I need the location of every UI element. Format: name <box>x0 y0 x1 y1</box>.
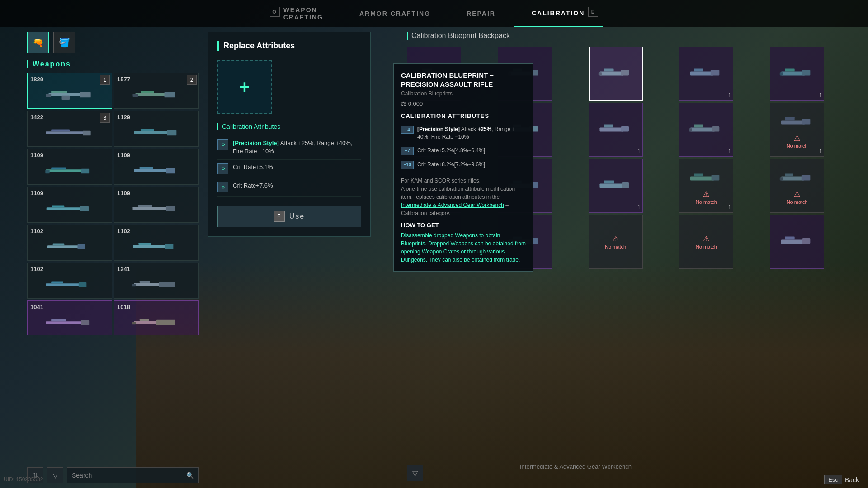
svg-rect-38 <box>140 281 150 283</box>
svg-rect-66 <box>780 72 783 75</box>
weapon-item[interactable]: 1241 <box>114 263 199 299</box>
svg-rect-26 <box>138 205 152 207</box>
attr-icon-2: ⚙ <box>217 163 228 174</box>
blueprint-item-no-match[interactable]: ⚠ No match 1 <box>770 103 824 157</box>
weapons-tab-icon[interactable]: 🔫 <box>27 32 49 53</box>
svg-rect-80 <box>689 128 692 131</box>
svg-rect-98 <box>785 173 793 176</box>
weapon-number: 1577 <box>117 76 196 83</box>
blueprint-item-no-match[interactable]: ⚠ No match <box>770 159 824 213</box>
weapon-item[interactable]: 1102 <box>27 225 112 261</box>
nav-repair[interactable]: REPAIR <box>448 0 514 27</box>
blueprint-item[interactable]: 1 <box>679 103 733 157</box>
nav-repair-label: REPAIR <box>467 10 495 17</box>
svg-rect-10 <box>51 130 70 132</box>
svg-rect-1 <box>51 91 67 93</box>
weapon-item[interactable]: 1109 <box>114 149 199 185</box>
use-button[interactable]: F Use <box>217 206 361 227</box>
blueprint-item-no-match[interactable]: ⚠ No match <box>589 215 643 269</box>
svg-rect-62 <box>711 70 720 75</box>
search-box[interactable]: Search 🔍 <box>67 467 199 483</box>
nav-armor-crafting[interactable]: ARMOR CRAFTING <box>341 0 448 27</box>
no-match-label: ⚠ No match <box>605 235 626 249</box>
warning-icon: ⚠ <box>794 190 800 198</box>
svg-rect-19 <box>134 169 170 172</box>
warning-icon: ⚠ <box>703 190 709 198</box>
tooltip-attr-row-1: +4 [Precision Style] Attack +25%, Range … <box>401 123 526 144</box>
svg-rect-32 <box>138 243 151 245</box>
filter-icon[interactable]: ▽ <box>407 465 423 481</box>
use-key: F <box>274 211 285 222</box>
blueprint-count: 1 <box>728 148 731 155</box>
tooltip-attr-text-1: [Precision Style] Attack +25%, Range + 4… <box>417 126 526 141</box>
svg-rect-6 <box>141 91 154 93</box>
weapon-number: 1129 <box>117 114 196 121</box>
svg-rect-95 <box>694 173 703 176</box>
blueprint-item[interactable]: 1 <box>589 159 643 213</box>
item-slot[interactable]: + <box>217 60 272 114</box>
panel-icons: 🔫 🪣 <box>27 32 199 53</box>
weapons-section-title: Weapons <box>27 60 199 68</box>
svg-rect-60 <box>690 72 714 76</box>
weapon-number: 1109 <box>30 152 109 159</box>
weapon-number: 1829 <box>30 76 109 83</box>
back-button[interactable]: Esc Back <box>824 475 859 484</box>
svg-rect-79 <box>712 126 720 131</box>
blueprint-item-selected[interactable] <box>589 47 643 101</box>
blueprint-item[interactable]: 1 <box>589 103 643 157</box>
weapon-item[interactable]: 1041 <box>27 300 112 335</box>
weapon-item[interactable]: 1109 <box>27 149 112 185</box>
svg-rect-2 <box>80 92 90 98</box>
nav-weapon-crafting[interactable]: Q WEAPONCRAFTING <box>265 0 341 27</box>
weapon-badge: 1 <box>100 75 110 85</box>
weapon-item[interactable]: 1422 3 <box>27 111 112 147</box>
svg-rect-25 <box>133 207 170 210</box>
weapon-image <box>30 160 109 181</box>
weapon-image <box>30 312 109 333</box>
blueprint-item[interactable]: 1 <box>679 47 733 101</box>
weapon-item[interactable]: 1829 1 <box>27 73 112 109</box>
tooltip-subtitle: Calibration Blueprints <box>401 90 526 97</box>
no-match-label: ⚠ No match <box>696 235 717 249</box>
weapon-item[interactable]: 1577 2 <box>114 73 199 109</box>
tooltip-description: For KAM and SCOR series rifles. A one-ti… <box>401 177 526 217</box>
blueprint-item-no-match[interactable]: ⚠ No match 1 <box>679 159 733 213</box>
svg-rect-21 <box>166 168 175 174</box>
svg-rect-14 <box>167 130 176 136</box>
blueprint-item[interactable] <box>770 215 824 269</box>
weapon-number: 1018 <box>117 304 196 310</box>
svg-rect-76 <box>621 126 629 131</box>
nav-calibration[interactable]: CALIBRATION E <box>514 0 603 27</box>
blueprint-item-no-match[interactable]: ⚠ No match <box>679 215 733 269</box>
attribute-row-2: ⚙ Crit Rate+5.1% <box>217 160 361 178</box>
svg-rect-64 <box>785 68 795 71</box>
weapon-item[interactable]: 1018 <box>114 300 199 335</box>
back-key: Esc <box>824 475 842 484</box>
weapon-item[interactable]: 1129 <box>114 111 199 147</box>
tooltip-attr-row-3: +10 Crit Rate+8.2%[7.2%−9.6%] <box>401 158 526 172</box>
weapon-number: 1102 <box>30 228 109 235</box>
svg-rect-110 <box>802 238 811 244</box>
svg-rect-58 <box>621 70 629 75</box>
weapon-item[interactable]: 1109 <box>27 187 112 223</box>
weapon-item[interactable]: 1102 <box>27 263 112 299</box>
weapon-number: 1422 <box>30 114 109 121</box>
filter-button[interactable]: ▽ <box>47 467 63 483</box>
svg-rect-57 <box>604 68 613 71</box>
svg-rect-29 <box>53 244 65 246</box>
svg-rect-41 <box>46 321 86 324</box>
weapon-image <box>30 122 109 143</box>
back-label[interactable]: Back <box>845 476 859 483</box>
blueprint-item[interactable]: 1 <box>770 47 824 101</box>
top-navigation: Q WEAPONCRAFTING ARMOR CRAFTING REPAIR C… <box>0 0 868 27</box>
attribute-row-1: ⚙ [Precision Style] Attack +25%, Range +… <box>217 136 361 160</box>
svg-rect-12 <box>134 131 171 134</box>
svg-rect-11 <box>83 131 91 136</box>
svg-rect-77 <box>690 128 715 132</box>
weapon-item[interactable]: 1102 <box>114 225 199 261</box>
svg-rect-3 <box>46 94 52 97</box>
armor-tab-icon[interactable]: 🪣 <box>53 32 75 53</box>
blueprint-count: 1 <box>728 204 731 211</box>
weapon-image <box>117 122 196 143</box>
weapon-item[interactable]: 1109 <box>114 187 199 223</box>
